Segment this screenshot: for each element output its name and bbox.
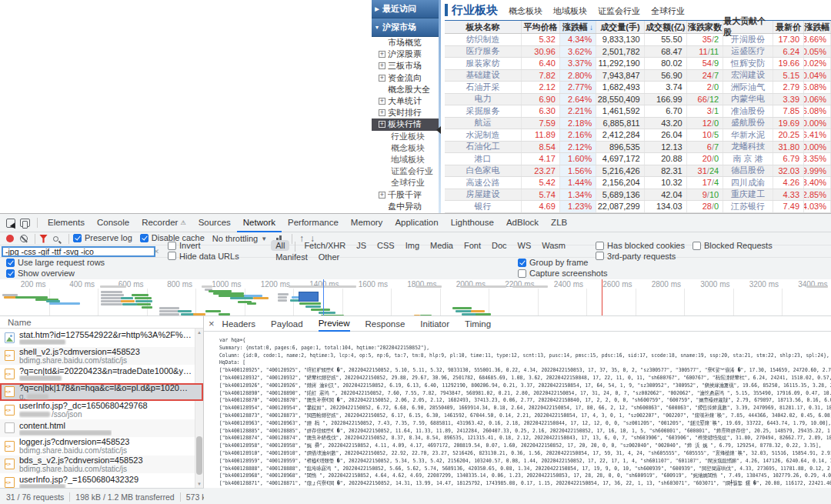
table-row[interactable]: 医疗服务30.963.62%2,501,78268.4711/11运盛医疗6.2… — [445, 46, 831, 58]
detail-tab-payload[interactable]: Payload — [271, 316, 303, 332]
devtools-tab-adblock[interactable]: AdBlock — [500, 213, 545, 232]
devtools-tab-network[interactable]: Network — [237, 214, 282, 232]
scroll-up-icon[interactable]: ▲ — [195, 330, 203, 335]
stock-link[interactable]: 重庆建工 — [731, 189, 765, 201]
sidebar-item-盘中异动[interactable]: 盘中异动 — [372, 201, 441, 212]
sector-link[interactable]: 采掘服务 — [466, 105, 499, 117]
stock-link[interactable]: 盛航股份 — [731, 118, 765, 129]
table-row[interactable]: 白色家电23.271.56%5,216,42682.3131/24德昌股份32.… — [445, 165, 831, 178]
checkbox-invert[interactable]: Invert — [168, 241, 201, 250]
stock-link[interactable]: 恒辉安防 — [731, 58, 765, 69]
stock-link[interactable]: 德昌股份 — [731, 165, 765, 177]
sector-link[interactable]: 白色家电 — [466, 165, 499, 177]
column-header[interactable]: 涨跌幅↓ — [560, 21, 596, 33]
request-row[interactable]: bds_s_v2.js?cdnversion=458523bdimg.share… — [0, 456, 203, 474]
checkbox-icon[interactable] — [73, 234, 82, 242]
expand-icon[interactable]: + — [379, 121, 385, 128]
sector-link[interactable]: 电力 — [474, 94, 491, 105]
table-row[interactable]: 水泥制造11.892.16%2,412,28426.0410/5华新水泥20.2… — [445, 129, 831, 142]
checkbox-show-overview[interactable]: Show overview — [6, 269, 75, 278]
filter-type-doc[interactable]: Doc — [487, 240, 512, 251]
sidebar-item-全球行业[interactable]: 全球行业 — [372, 177, 441, 189]
filter-input[interactable] — [2, 246, 155, 257]
stock-link[interactable]: 开润股份 — [731, 34, 765, 45]
checkbox-icon[interactable] — [140, 234, 149, 242]
sector-link[interactable]: 房屋建设 — [466, 189, 499, 201]
column-header[interactable]: 涨跌幅 — [804, 21, 831, 33]
stock-link[interactable]: 宏润建设 — [731, 70, 765, 82]
request-row[interactable]: stat.htm?id=1275542922&r=http%3A%2F%2Fsu… — [0, 329, 203, 347]
checkbox-blocked-requests[interactable]: Blocked Requests — [692, 241, 773, 250]
devtools-tab-zlb[interactable]: ZLB — [545, 213, 573, 232]
column-header[interactable]: 最大贡献个股 — [723, 21, 773, 33]
filter-type-ws[interactable]: WS — [513, 240, 536, 251]
devtools-tab-lighthouse[interactable]: Lighthouse — [445, 213, 500, 232]
record-icon[interactable] — [6, 235, 14, 242]
sidebar-item-资金流向[interactable]: +资金流向 — [372, 72, 441, 84]
sidebar-item-地域板块[interactable]: 地域板块 — [372, 154, 441, 165]
network-overview-timeline[interactable]: 200 ms400 ms600 ms800 ms1000 ms1200 ms14… — [0, 279, 831, 316]
table-row[interactable]: 服装家纺6.403.37%11,292,19080.0254/9恒辉安防19.6… — [445, 58, 831, 70]
table-row[interactable]: 房屋建设5.741.34%5,689,13642.049/10重庆建工4.332… — [445, 189, 831, 202]
request-row[interactable]: ?q=cn|td&i=20220423&n=tradeDate1000&y=td… — [0, 365, 203, 383]
checkbox-icon[interactable] — [6, 269, 15, 278]
stock-link[interactable]: 南 京 港 — [733, 153, 763, 165]
stock-link[interactable]: 华新水泥 — [731, 129, 765, 141]
devtools-tab-sources[interactable]: Sources — [192, 213, 237, 232]
sector-link[interactable]: 港口 — [474, 153, 491, 165]
stock-link[interactable]: 江苏银行 — [731, 201, 765, 212]
clear-icon[interactable] — [20, 235, 28, 242]
request-list-scrollbar[interactable]: ▲ ▼ — [195, 329, 203, 488]
request-row[interactable]: logger.js?cdnversion=458523bdimg.share.b… — [0, 437, 203, 456]
expand-icon[interactable]: + — [379, 51, 385, 58]
sector-link[interactable]: 航运 — [474, 118, 491, 129]
filter-type-wasm[interactable]: Wasm — [537, 240, 570, 251]
checkbox-capture-screenshots[interactable]: Capture screenshots — [518, 269, 608, 278]
sector-link[interactable]: 医疗服务 — [466, 46, 499, 58]
table-row[interactable]: 电力6.902.64%28,550,409166.9966/12内蒙华电3.39… — [445, 94, 831, 106]
stock-link[interactable]: 内蒙华电 — [731, 94, 765, 105]
table-row[interactable]: 石油化工8.542.12%896,53512.136/7龙蟠科技31.8010.… — [445, 142, 831, 154]
expand-icon[interactable]: + — [379, 109, 385, 116]
table-row[interactable]: 纺织制造5.324.34%9,833,13055.5035/2开润股份17.30… — [445, 34, 831, 46]
sector-link[interactable]: 银行 — [474, 201, 491, 212]
sidebar-item-三板市场[interactable]: +三板市场 — [372, 60, 441, 72]
column-header[interactable]: 成交额(亿) — [645, 21, 687, 33]
filter-type-media[interactable]: Media — [426, 240, 458, 251]
stock-link[interactable]: 运盛医疗 — [731, 46, 765, 58]
sector-link[interactable]: 高速公路 — [466, 177, 499, 189]
column-header[interactable]: 最新价 — [773, 21, 804, 33]
sector-link[interactable]: 纺织制造 — [466, 34, 499, 45]
sector-link[interactable]: 石油化工 — [466, 142, 499, 153]
stock-link[interactable]: 四川成渝 — [731, 177, 765, 189]
devtools-tab-application[interactable]: Application — [389, 213, 444, 232]
request-row[interactable]: content.html — [0, 419, 203, 438]
stock-link[interactable]: 洲际油气 — [731, 82, 765, 93]
sidebar-item-大单统计[interactable]: +大单统计 — [372, 95, 441, 107]
devtools-tab-memory[interactable]: Memory — [345, 213, 389, 232]
sector-link[interactable]: 服装家纺 — [466, 58, 499, 69]
checkbox-icon[interactable] — [518, 259, 526, 267]
request-row[interactable]: userInfo.jsp?_dc=1650680429768/sso/json — [0, 401, 203, 419]
request-row[interactable]: ?q=cn|bk|178&n=hqa&c=l&o=pl.d&p=1020&_dc… — [0, 383, 203, 402]
board-tab-全球行业[interactable]: 全球行业 — [651, 6, 685, 15]
devtools-tab-elements[interactable]: Elements — [42, 213, 91, 232]
sector-link[interactable]: 水泥制造 — [466, 129, 499, 141]
sidebar-item-实时排行[interactable]: +实时排行 — [372, 107, 441, 118]
table-row[interactable]: 采掘服务6.302.21%1,461,5926.703/1准油股份7.856.0… — [445, 105, 831, 118]
checkbox-has-blocked-cookies[interactable]: Has blocked cookies — [596, 241, 685, 250]
column-header[interactable]: 涨跌家数 — [687, 21, 723, 33]
sector-link[interactable]: 基础建设 — [466, 70, 499, 82]
board-tab-概念板块[interactable]: 概念板块 — [509, 6, 542, 15]
inspect-element-icon[interactable] — [6, 219, 15, 228]
request-list-name-header[interactable]: Name — [0, 316, 203, 329]
devtools-tab-performance[interactable]: Performance — [282, 213, 345, 232]
sidebar-item-概念股大全[interactable]: 概念股大全 — [372, 84, 441, 95]
filter-type-all[interactable]: All — [271, 240, 289, 251]
table-row[interactable]: 港口4.171.60%4,697,17220.8820/0南 京 港6.793.… — [445, 153, 831, 165]
checkbox-icon[interactable] — [518, 269, 526, 278]
checkbox-icon[interactable] — [6, 259, 15, 267]
sidebar-item-证监会行业[interactable]: 证监会行业 — [372, 165, 441, 177]
filter-type-font[interactable]: Font — [459, 240, 486, 251]
sidebar-item-行业板块[interactable]: 行业板块 — [372, 131, 441, 142]
